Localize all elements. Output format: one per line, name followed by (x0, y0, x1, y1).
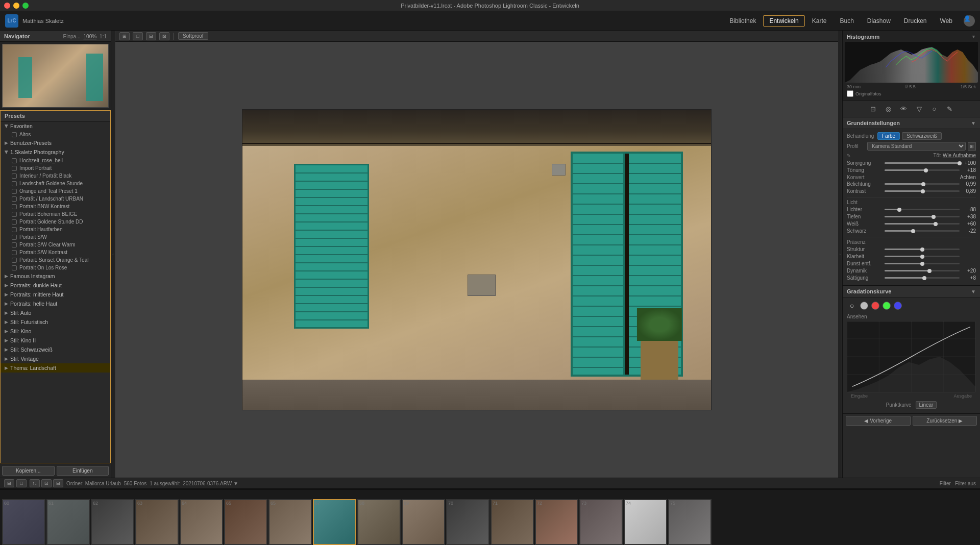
film-item[interactable]: 63 (135, 499, 179, 545)
grid-view-btn[interactable]: ⊞ (4, 479, 14, 487)
histogram-arrow[interactable]: ▼ (971, 34, 976, 39)
film-item[interactable]: 75 (668, 499, 712, 545)
curve-point-tool[interactable]: ⊙ (847, 301, 857, 311)
film-item[interactable]: 60 (2, 499, 45, 545)
softproof-button[interactable]: Softproof (178, 32, 208, 40)
punktkurve-select[interactable]: Linear (916, 401, 937, 409)
tiefen-slider[interactable] (885, 216, 960, 217)
film-item[interactable]: 69 (402, 499, 445, 545)
spot-removal-tool[interactable]: ◎ (884, 104, 894, 114)
film-item[interactable]: 68 (357, 499, 401, 545)
weiss-slider[interactable] (885, 223, 960, 225)
view-compare[interactable]: ⊟ (146, 32, 156, 40)
presets-header[interactable]: Presets (1, 111, 110, 121)
preset-group-favoriten-header[interactable]: ▶ Favoriten (1, 121, 110, 131)
belichtung-slider[interactable] (885, 183, 960, 185)
left-sidebar-handle[interactable]: ‹ (111, 31, 115, 478)
maximize-button[interactable] (22, 3, 29, 9)
adjustment-brush-tool[interactable]: ✎ (945, 104, 955, 114)
film-item[interactable]: 64 (180, 499, 223, 545)
dynamik-slider[interactable] (885, 270, 960, 271)
list-item[interactable]: Portrait S/W (1, 233, 110, 241)
preset-group-vintage-header[interactable]: ▶ Stil: Vintage (1, 354, 110, 363)
view-grid[interactable]: ⊠ (159, 32, 169, 40)
film-item[interactable]: 62 (91, 499, 134, 545)
sonyigung-slider[interactable] (885, 162, 960, 164)
preset-group-landschaft-header[interactable]: ▶ Thema: Landschaft (1, 363, 110, 373)
list-item[interactable]: Portrait Hautfarben (1, 226, 110, 233)
nav-entwickeln[interactable]: Entwickeln (763, 15, 804, 27)
loupe-view-btn[interactable]: □ (16, 479, 27, 487)
film-item[interactable]: 61 (46, 499, 90, 545)
preset-group-skaletz-header[interactable]: ▶ 1.Skaletz Photography (1, 147, 110, 157)
edit-icon[interactable]: ✎ (847, 153, 851, 158)
struktur-slider[interactable] (885, 249, 960, 250)
redeye-tool[interactable]: 👁 (899, 104, 909, 114)
list-item[interactable]: Portrait: Sunset Orange & Teal (1, 256, 110, 264)
right-sidebar-handle[interactable]: › (838, 31, 842, 478)
curve-b-button[interactable] (894, 302, 902, 310)
klarheit-slider[interactable] (885, 256, 960, 257)
close-button[interactable] (4, 3, 10, 9)
curve-r-button[interactable] (871, 302, 879, 310)
list-item[interactable]: Portrait BNW Kontrast (1, 203, 110, 210)
schwarz-slider[interactable] (885, 230, 960, 232)
nav-diashow[interactable]: Diashow (861, 15, 897, 27)
list-item[interactable]: Portrait S/W Kontrast (1, 249, 110, 256)
film-item[interactable]: 73 (579, 499, 623, 545)
navigator-zoom-controls[interactable]: Einpa... 100% 1:1 (63, 34, 107, 39)
graduated-filter-tool[interactable]: ▽ (914, 104, 924, 114)
list-item[interactable]: Import Portrait (1, 164, 110, 172)
toenung-slider[interactable] (885, 169, 960, 171)
nav-drucken[interactable]: Drucken (898, 15, 933, 27)
film-item[interactable]: 65 (268, 499, 312, 545)
list-item[interactable]: Orange and Teal Preset 1 (1, 187, 110, 195)
list-item[interactable]: Interieur / Porträt Black (1, 172, 110, 180)
preset-group-kino-header[interactable]: ▶ Stil: Kino (1, 327, 110, 336)
list-item[interactable]: Portrait Goldene Stunde DD (1, 218, 110, 226)
preset-group-mittlere-header[interactable]: ▶ Portraits: mittlere Haut (1, 290, 110, 299)
minimize-button[interactable] (13, 3, 19, 9)
list-item[interactable]: Porträt / Landschaft URBAN (1, 195, 110, 203)
grundeinstellungen-header[interactable]: Grundeinstellungen ▼ (843, 117, 980, 129)
saettigung-slider[interactable] (885, 277, 960, 279)
nav-bibliothek[interactable]: Bibliothek (723, 15, 762, 27)
farbe-button[interactable]: Farbe (877, 132, 900, 140)
lichter-slider[interactable] (885, 209, 960, 210)
preset-item-altos[interactable]: Altos (1, 131, 110, 138)
preset-group-benutzer-header[interactable]: ▶ Benutzer-Presets (1, 138, 110, 147)
crop-tool[interactable]: ⊞ (119, 32, 130, 40)
gradationskurve-header[interactable]: Gradationskurve ▼ (843, 286, 980, 298)
preset-group-helle-header[interactable]: ▶ Portraits: helle Haut (1, 299, 110, 308)
film-item-selected[interactable]: 67 (313, 499, 356, 545)
curve-g-button[interactable] (883, 302, 891, 310)
nav-karte[interactable]: Karte (806, 15, 833, 27)
window-controls[interactable] (4, 3, 29, 9)
curve-canvas[interactable] (847, 321, 976, 392)
zoom-100[interactable]: 100% (84, 34, 97, 39)
nav-web[interactable]: Web (934, 15, 959, 27)
film-item[interactable]: 70 (446, 499, 489, 545)
film-item[interactable]: 74 (624, 499, 667, 545)
preset-group-famous-header[interactable]: ▶ Famous Instagram (1, 271, 110, 281)
prev-button[interactable]: ◀ Vorherige (846, 416, 911, 426)
sort-btn-2[interactable]: ⊡ (41, 479, 52, 487)
kontrast-slider[interactable] (885, 190, 960, 192)
wie-aufnahme-button[interactable]: Wie Aufnahme (943, 153, 976, 158)
view-single[interactable]: □ (133, 32, 143, 40)
originalfotos-checkbox[interactable] (847, 90, 853, 97)
film-item[interactable]: 71 (491, 499, 534, 545)
dunst-slider[interactable] (885, 263, 960, 264)
zoom-1to1[interactable]: 1:1 (100, 34, 107, 39)
paste-button[interactable]: Einfügen (57, 466, 109, 476)
radial-filter-tool[interactable]: ○ (929, 104, 940, 114)
sort-btn-3[interactable]: ⊟ (53, 479, 63, 487)
nav-buch[interactable]: Buch (834, 15, 860, 27)
list-item[interactable]: Landschaft Goldene Stunde (1, 180, 110, 187)
list-item[interactable]: Portrait On Los Rose (1, 264, 110, 271)
zoom-fit[interactable]: Einpa... (63, 34, 81, 39)
sort-btn-1[interactable]: ↑↓ (30, 479, 40, 487)
copy-button[interactable]: Kopieren... (2, 466, 55, 476)
list-item[interactable]: Portrait S/W Clear Warm (1, 241, 110, 249)
preset-group-sw-header[interactable]: ▶ Stil: Schwarzweiß (1, 345, 110, 354)
